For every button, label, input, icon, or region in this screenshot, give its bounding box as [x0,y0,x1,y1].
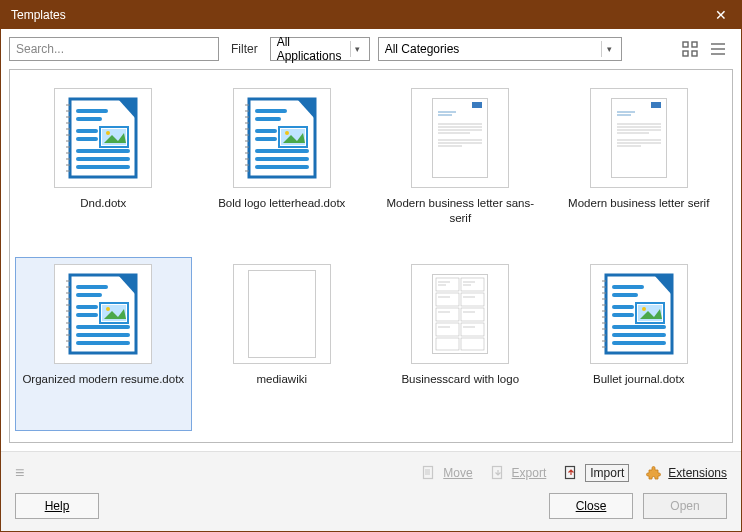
template-label: mediawiki [255,372,310,387]
template-item[interactable]: Dnd.dotx [16,82,191,254]
svg-rect-102 [433,275,488,354]
svg-rect-3 [692,51,697,56]
help-label: Help [45,499,70,513]
application-select-value: All Applications [277,35,350,63]
template-item[interactable]: Businesscard with logo [373,258,548,430]
template-label: Bullet journal.dotx [591,372,686,387]
import-label: Import [585,464,629,482]
svg-rect-66 [611,99,666,178]
template-item[interactable]: Modern business letter serif [552,82,727,254]
chevron-down-icon: ▾ [350,41,365,57]
template-item[interactable]: Organized modern resume.dotx [16,258,191,430]
template-thumbnail [233,264,331,364]
content-area: Dnd.dotxBold logo letterhead.dotxModern … [9,69,733,443]
template-item[interactable]: Modern business letter sans-serif [373,82,548,254]
titlebar: Templates ✕ [1,1,741,29]
template-label: Bold logo letterhead.dotx [216,196,347,211]
svg-rect-55 [433,99,488,178]
filter-label: Filter [231,42,258,56]
close-button[interactable]: Close [549,493,633,519]
template-item[interactable]: Bullet journal.dotx [552,258,727,430]
thumbnail-view-button[interactable] [681,40,699,58]
extensions-button[interactable]: Extensions [645,464,727,482]
template-label: Organized modern resume.dotx [20,372,186,387]
template-thumbnail [590,264,688,364]
application-select[interactable]: All Applications ▾ [270,37,370,61]
svg-rect-0 [683,42,688,47]
window: Templates ✕ Filter All Applications ▾ Al… [0,0,742,532]
template-thumbnail [411,264,509,364]
template-label: Modern business letter serif [566,196,711,211]
category-select[interactable]: All Categories ▾ [378,37,622,61]
open-label: Open [670,499,699,513]
template-label: Dnd.dotx [78,196,128,211]
category-select-value: All Categories [385,42,460,56]
export-icon [489,464,507,482]
help-button[interactable]: Help [15,493,99,519]
import-button[interactable]: Import [562,464,629,482]
extensions-icon [645,464,663,482]
template-label: Businesscard with logo [399,372,521,387]
search-input[interactable] [9,37,219,61]
template-item[interactable]: mediawiki [195,258,370,430]
svg-rect-101 [248,271,315,358]
toolbar: Filter All Applications ▾ All Categories… [1,29,741,69]
chevron-down-icon: ▾ [601,41,617,57]
svg-rect-1 [692,42,697,47]
close-icon[interactable]: ✕ [701,1,741,29]
menu-icon[interactable]: ≡ [15,464,24,482]
template-grid[interactable]: Dnd.dotxBold logo letterhead.dotxModern … [10,70,732,442]
svg-rect-56 [472,102,482,108]
svg-point-141 [642,307,646,311]
svg-point-49 [285,131,289,135]
list-view-button[interactable] [709,40,727,58]
template-thumbnail [54,88,152,188]
template-thumbnail [54,264,152,364]
footer: ≡ Move Export Import Extensions Help Clo… [1,451,741,531]
svg-point-95 [106,307,110,311]
extensions-label: Extensions [668,466,727,480]
export-label: Export [512,466,547,480]
close-label: Close [576,499,607,513]
template-item[interactable]: Bold logo letterhead.dotx [195,82,370,254]
import-icon [562,464,580,482]
svg-rect-67 [651,102,661,108]
template-thumbnail [590,88,688,188]
move-label: Move [443,466,472,480]
export-button: Export [489,464,547,482]
window-title: Templates [11,8,66,22]
template-thumbnail [233,88,331,188]
template-thumbnail [411,88,509,188]
template-label: Modern business letter sans-serif [375,196,546,226]
move-icon [420,464,438,482]
svg-point-25 [106,131,110,135]
move-button: Move [420,464,472,482]
open-button[interactable]: Open [643,493,727,519]
svg-rect-2 [683,51,688,56]
